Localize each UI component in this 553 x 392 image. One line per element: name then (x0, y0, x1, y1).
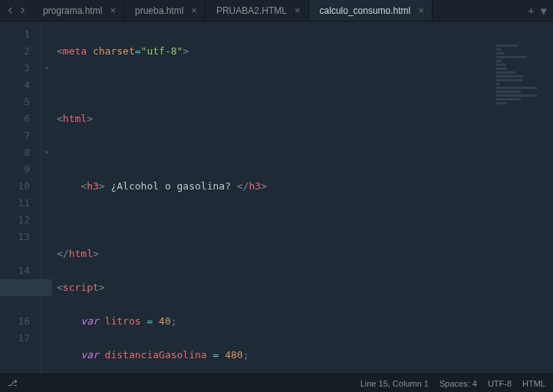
tab-label: prueba.html (135, 5, 183, 16)
tab-calculo-consumo[interactable]: calculo_consumo.html × (309, 0, 433, 21)
line-number: 14 (0, 262, 30, 279)
code-line (57, 77, 553, 94)
line-number: 10 (0, 178, 30, 195)
code-line: var litros = 40; (57, 313, 553, 330)
tabs-container: programa.html × prueba.html × PRUABA2.HT… (32, 0, 522, 21)
line-number: 11 (0, 195, 30, 212)
line-number: 2 (0, 43, 30, 60)
code-line: var distanciaGasolina = 480; (57, 347, 553, 364)
line-number: 8 (0, 144, 30, 161)
tab-label: calculo_consumo.html (320, 5, 411, 16)
nav-back-icon[interactable] (5, 5, 15, 16)
line-number: 12 (0, 212, 30, 229)
tab-actions: + ▼ (522, 0, 553, 21)
line-number: 4 (0, 77, 30, 94)
line-number-gutter: 1 2 3 4 5 6 7 8 9 10 11 12 13 14 15 16 1… (0, 21, 41, 374)
tab-bar: programa.html × prueba.html × PRUABA2.HT… (0, 0, 553, 21)
line-number: 5 (0, 94, 30, 110)
line-number: 7 (0, 127, 30, 144)
status-bar: ⎇ Line 15, Column 1 Spaces: 4 UTF-8 HTML (0, 374, 553, 392)
line-number (0, 296, 30, 313)
code-line (57, 212, 553, 229)
status-spaces[interactable]: Spaces: 4 (439, 379, 477, 388)
editor-area: 1 2 3 4 5 6 7 8 9 10 11 12 13 14 15 16 1… (0, 21, 553, 374)
tab-pruaba2[interactable]: PRUABA2.HTML × (206, 0, 309, 21)
line-number: 17 (0, 330, 30, 347)
code-line: <script> (57, 279, 553, 296)
line-number: 13 (0, 229, 30, 245)
status-encoding[interactable]: UTF-8 (488, 379, 512, 388)
line-number: 9 (0, 161, 30, 178)
tab-dropdown-icon[interactable]: ▼ (541, 5, 547, 17)
line-number: 16 (0, 313, 30, 330)
tab-programa[interactable]: programa.html × (32, 0, 124, 21)
close-icon[interactable]: × (110, 5, 116, 15)
code-line: <meta charset="utf-8"> (57, 43, 553, 60)
status-line-col[interactable]: Line 15, Column 1 (360, 379, 429, 388)
line-number: 6 (0, 110, 30, 127)
close-icon[interactable]: × (295, 5, 301, 15)
status-syntax[interactable]: HTML (522, 379, 545, 388)
tab-prueba[interactable]: prueba.html × (124, 0, 206, 21)
close-icon[interactable]: × (418, 5, 424, 15)
branch-icon[interactable]: ⎇ (8, 378, 18, 388)
line-number: 1 (0, 26, 30, 43)
tab-label: programa.html (43, 5, 102, 16)
code-line (57, 144, 553, 161)
code-line: <html> (57, 110, 553, 127)
line-number (0, 245, 30, 262)
close-icon[interactable]: × (191, 5, 197, 15)
tab-label: PRUABA2.HTML (216, 5, 287, 16)
nav-forward-icon[interactable] (17, 5, 28, 16)
new-tab-icon[interactable]: + (528, 5, 534, 17)
code-line: </html> (57, 245, 553, 262)
code-line: <h3> ¿Alcohol o gasolina? </h3> (57, 178, 553, 195)
line-number: 3 (0, 60, 30, 77)
code-content[interactable]: <meta charset="utf-8"> <html> <h3> ¿Alco… (41, 21, 553, 374)
nav-arrows (0, 0, 32, 21)
